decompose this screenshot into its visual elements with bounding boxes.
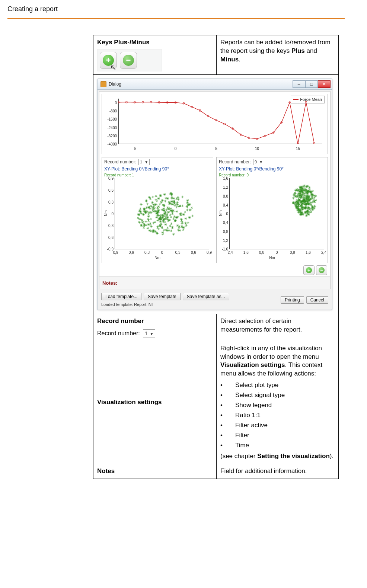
plus-button-small[interactable]: + <box>303 265 315 275</box>
top-line-chart[interactable]: Force Mean 0-800-1600-2400-3200-4000-505… <box>102 94 328 154</box>
text: Setting the visualization <box>257 453 330 460</box>
scatter-sub: Record number: 1 <box>104 173 211 178</box>
row-title-viz: Visualization settings <box>97 398 213 407</box>
close-button[interactable]: ✕ <box>318 80 331 88</box>
keys-description: Reports can be added to/removed from the… <box>217 35 339 75</box>
save-template-button[interactable]: Save template <box>144 293 181 300</box>
text: Minus <box>220 56 239 63</box>
list-item: •Show legend <box>220 400 335 410</box>
content-table: Keys Plus-/Minus + − ↖ Reports can be ad… <box>93 35 339 479</box>
row-title-record-number: Record number <box>97 317 213 326</box>
dialog-window: Dialog – □ ✕ Force Mean <box>97 79 332 310</box>
cancel-button[interactable]: Cancel <box>306 296 328 304</box>
text: . <box>239 56 240 63</box>
minimize-button[interactable]: – <box>293 80 305 88</box>
row-title-notes: Notes <box>97 467 115 474</box>
dialog-icon <box>100 81 106 87</box>
list-item: •Filter <box>220 431 335 441</box>
record-number-label: Record number: <box>219 159 251 165</box>
maximize-button[interactable]: □ <box>305 80 318 88</box>
notes-desc: Field for additional information. <box>217 464 339 479</box>
load-template-button[interactable]: Load template... <box>101 293 141 300</box>
x-axis-label: Nm <box>219 255 325 261</box>
record-number-label: Record number: <box>97 329 140 338</box>
record-number-select[interactable]: 9▼ <box>253 159 264 165</box>
dialog-title: Dialog <box>109 81 121 87</box>
record-number-desc: Direct selection of certain measurements… <box>217 314 339 341</box>
text: Visualization settings <box>220 361 285 368</box>
text: Plus <box>291 47 305 54</box>
divider <box>7 20 345 20</box>
scatter-panel-left[interactable]: Record number:1▼ XY-Plot: Bending 0°/Ben… <box>102 157 213 263</box>
scatter-title: XY-Plot: Bending 0°/Bending 90° <box>104 166 211 172</box>
text: ). <box>330 453 334 460</box>
minus-icon: − <box>123 55 134 66</box>
text: Right-click in any of the visualization … <box>220 345 322 360</box>
minus-button[interactable]: − <box>120 52 137 69</box>
record-number-select[interactable]: 1▼ <box>138 159 150 165</box>
scatter-title: XY-Plot: Bending 0°/Bending 90° <box>219 166 325 172</box>
list-item: •Ratio 1:1 <box>220 410 335 421</box>
scatter-sub: Record number: 9 <box>219 173 325 178</box>
text: (see chapter <box>220 453 257 460</box>
minus-button-small[interactable]: − <box>316 265 327 275</box>
plus-minus-illustration: + − ↖ <box>97 49 162 71</box>
record-number-select[interactable]: 1▼ <box>143 329 156 338</box>
text: and <box>305 47 317 54</box>
loaded-template-label: Loaded template: Report.INI <box>101 300 229 307</box>
notes-field-label: Notes: <box>99 277 330 289</box>
list-item: •Select signal type <box>220 390 335 400</box>
divider <box>7 18 345 19</box>
viz-bullet-list: •Select plot type•Select signal type•Sho… <box>220 380 335 451</box>
save-template-as-button[interactable]: Save template as... <box>183 293 229 300</box>
list-item: •Time <box>220 441 335 451</box>
record-number-label: Record number: <box>104 159 136 165</box>
x-axis-label: Nm <box>104 255 211 261</box>
scatter-panel-right[interactable]: Record number:9▼ XY-Plot: Bending 0°/Ben… <box>216 157 328 263</box>
plus-icon: + <box>306 267 312 273</box>
cursor-icon: ↖ <box>110 63 117 73</box>
row-title-keys: Keys Plus-/Minus <box>97 38 213 47</box>
printing-button[interactable]: Printing <box>281 296 304 304</box>
dialog-titlebar: Dialog – □ ✕ <box>98 79 332 90</box>
minus-icon: − <box>319 267 325 273</box>
list-item: •Filter active <box>220 421 335 431</box>
list-item: •Select plot type <box>220 380 335 390</box>
running-header: Creating a report <box>7 4 345 18</box>
